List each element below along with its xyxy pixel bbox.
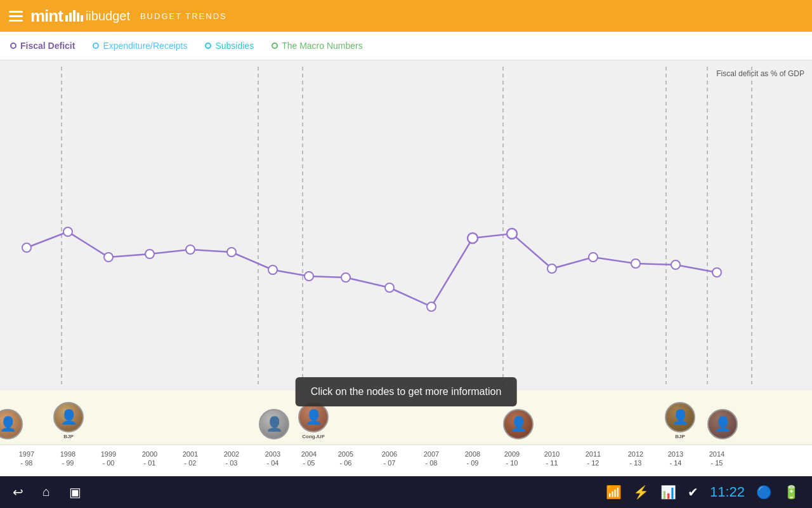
tab-macro-numbers-label: The Macro Numbers bbox=[282, 41, 363, 51]
svg-text:2000: 2000 bbox=[142, 450, 157, 458]
node-2012[interactable] bbox=[631, 259, 640, 268]
svg-text:- 13: - 13 bbox=[630, 459, 642, 467]
home-button[interactable]: ⌂ bbox=[43, 485, 50, 500]
svg-text:2008: 2008 bbox=[465, 450, 480, 458]
node-2001[interactable] bbox=[186, 245, 195, 254]
svg-text:- 12: - 12 bbox=[587, 459, 599, 467]
node-2002[interactable] bbox=[227, 248, 236, 257]
xaxis-1997: 1997 bbox=[19, 450, 34, 458]
tab-fiscal-deficit-label: Fiscal Deficit bbox=[20, 41, 75, 51]
svg-text:2003: 2003 bbox=[265, 450, 280, 458]
signal-icon: 📶 bbox=[606, 485, 622, 500]
svg-text:- 08: - 08 bbox=[426, 459, 438, 467]
politician-2013[interactable]: 👤 BJP bbox=[665, 402, 695, 439]
logo-ibudget: iibudget bbox=[86, 9, 130, 23]
svg-text:2007: 2007 bbox=[424, 450, 439, 458]
chart-svg bbox=[0, 60, 812, 391]
tooltip-text: Click on the nodes to get more informati… bbox=[311, 386, 502, 397]
svg-text:- 07: - 07 bbox=[384, 459, 396, 467]
node-1998[interactable] bbox=[63, 227, 72, 236]
back-button[interactable]: ↩ bbox=[13, 485, 23, 500]
party-label-congress: Cong./UF bbox=[302, 434, 325, 439]
svg-text:- 09: - 09 bbox=[467, 459, 479, 467]
tooltip: Click on the nodes to get more informati… bbox=[296, 377, 517, 406]
svg-text:1998: 1998 bbox=[60, 450, 75, 458]
screenshot-icon: 📊 bbox=[660, 485, 676, 500]
svg-text:- 99: - 99 bbox=[62, 459, 74, 467]
node-2008[interactable] bbox=[468, 233, 478, 243]
svg-text:2011: 2011 bbox=[586, 450, 601, 458]
bottom-nav-left: ↩ ⌂ ▣ bbox=[13, 485, 81, 500]
svg-text:- 11: - 11 bbox=[546, 459, 558, 467]
node-2005[interactable] bbox=[341, 273, 350, 282]
chart-area: Fiscal deficit as % of GDP bbox=[0, 60, 812, 444]
tab-macro-numbers[interactable]: The Macro Numbers bbox=[272, 41, 363, 51]
bottom-nav-right: 📶 ⚡ 📊 ✔ 11:22 🔵 🔋 bbox=[606, 484, 799, 500]
svg-text:- 02: - 02 bbox=[185, 459, 197, 467]
svg-text:2002: 2002 bbox=[224, 450, 239, 458]
svg-text:2006: 2006 bbox=[382, 450, 397, 458]
tab-subsidies-label: Subsidies bbox=[215, 41, 254, 51]
svg-text:2001: 2001 bbox=[183, 450, 198, 458]
check-icon: ✔ bbox=[688, 485, 698, 500]
node-1999[interactable] bbox=[104, 253, 113, 262]
svg-text:- 03: - 03 bbox=[226, 459, 238, 467]
party-label-bjp-2: BJP bbox=[675, 434, 685, 439]
politician-2009[interactable]: 👤 bbox=[503, 409, 534, 439]
logo-mint: mint bbox=[30, 6, 63, 26]
node-2013[interactable] bbox=[671, 260, 680, 269]
svg-text:- 14: - 14 bbox=[670, 459, 682, 467]
svg-text:- 15: - 15 bbox=[711, 459, 723, 467]
header: mint iibudget BUDGET TRENDS bbox=[0, 0, 812, 32]
tab-subsidies[interactable]: Subsidies bbox=[205, 41, 254, 51]
recents-button[interactable]: ▣ bbox=[69, 485, 81, 500]
node-2000[interactable] bbox=[145, 250, 154, 258]
politician-1997[interactable]: 👤 bbox=[0, 409, 23, 439]
svg-text:2014: 2014 bbox=[709, 450, 724, 458]
svg-text:2004: 2004 bbox=[301, 450, 317, 458]
node-2014[interactable] bbox=[712, 268, 721, 277]
node-2006[interactable] bbox=[385, 283, 394, 292]
bluetooth-icon: 🔵 bbox=[756, 485, 772, 500]
xaxis-svg: 1997 - 98 1998 - 99 1999 - 00 2000 - 01 … bbox=[0, 445, 812, 477]
svg-text:2009: 2009 bbox=[504, 450, 520, 458]
svg-text:- 05: - 05 bbox=[303, 459, 315, 467]
battery-icon: 🔋 bbox=[783, 485, 799, 500]
logo-bars bbox=[65, 10, 83, 22]
xaxis: 1997 - 98 1998 - 99 1999 - 00 2000 - 01 … bbox=[0, 444, 812, 476]
svg-text:2010: 2010 bbox=[544, 450, 560, 458]
chart-line bbox=[27, 232, 717, 307]
node-2003[interactable] bbox=[268, 265, 277, 274]
politician-2003[interactable]: 👤 bbox=[259, 409, 289, 439]
tab-expenditure-receipts[interactable]: Expenditure/Receipts bbox=[93, 41, 187, 51]
svg-text:- 04: - 04 bbox=[267, 459, 279, 467]
svg-text:2005: 2005 bbox=[338, 450, 353, 458]
svg-text:2013: 2013 bbox=[668, 450, 683, 458]
hamburger-menu[interactable] bbox=[9, 11, 23, 22]
header-title: BUDGET TRENDS bbox=[140, 11, 227, 21]
node-2004[interactable] bbox=[304, 272, 313, 281]
logo: mint iibudget bbox=[30, 6, 130, 26]
politician-2014[interactable]: 👤 bbox=[707, 409, 738, 439]
usb-icon: ⚡ bbox=[633, 485, 649, 500]
tab-fiscal-deficit[interactable]: Fiscal Deficit bbox=[10, 41, 75, 51]
svg-text:- 00: - 00 bbox=[103, 459, 115, 467]
politician-1998[interactable]: 👤 BJP bbox=[53, 402, 84, 439]
node-2009[interactable] bbox=[507, 229, 517, 239]
svg-text:- 98: - 98 bbox=[21, 459, 33, 467]
party-label-bjp-1: BJP bbox=[63, 434, 74, 439]
svg-text:2012: 2012 bbox=[628, 450, 643, 458]
node-1997[interactable] bbox=[22, 243, 31, 252]
bottom-navigation: ↩ ⌂ ▣ 📶 ⚡ 📊 ✔ 11:22 🔵 🔋 bbox=[0, 476, 812, 508]
politician-2004[interactable]: 👤 Cong./UF bbox=[298, 402, 329, 439]
tab-expenditure-receipts-label: Expenditure/Receipts bbox=[103, 41, 187, 51]
svg-text:- 06: - 06 bbox=[340, 459, 352, 467]
svg-text:- 01: - 01 bbox=[144, 459, 156, 467]
svg-text:- 10: - 10 bbox=[506, 459, 518, 467]
node-2007[interactable] bbox=[427, 302, 436, 311]
system-clock: 11:22 bbox=[710, 484, 745, 500]
node-2010[interactable] bbox=[547, 264, 556, 273]
node-2011[interactable] bbox=[589, 253, 598, 262]
tab-navigation: Fiscal Deficit Expenditure/Receipts Subs… bbox=[0, 32, 812, 60]
svg-text:1999: 1999 bbox=[101, 450, 116, 458]
